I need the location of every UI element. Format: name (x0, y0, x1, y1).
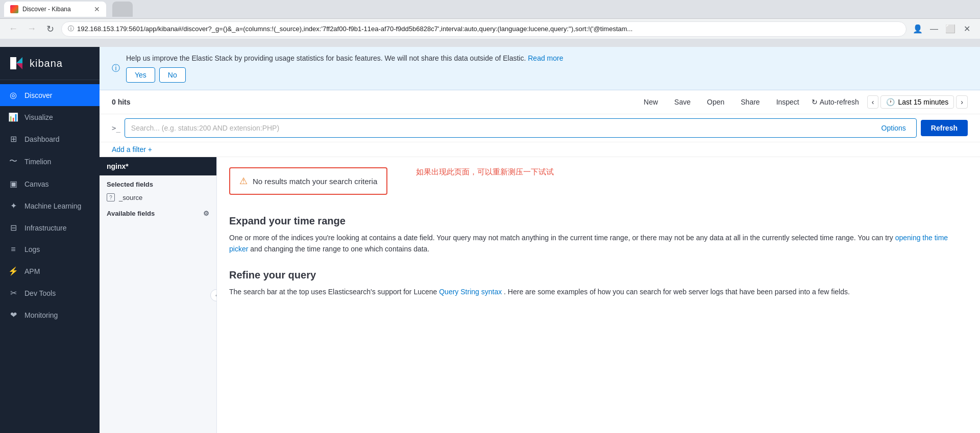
results-header-row: ⚠ No results match your search criteria … (229, 167, 968, 205)
sidebar-item-label-dashboard: Dashboard (24, 135, 60, 143)
refine-query-section: Refine your query The search bar at the … (229, 269, 968, 297)
reload-button[interactable]: ↻ (43, 22, 57, 36)
tab-favicon (10, 5, 18, 13)
new-tab[interactable] (112, 2, 133, 17)
chinese-annotation: 如果出现此页面，可以重新测压一下试试 (416, 167, 554, 177)
sidebar-item-label-canvas: Canvas (24, 180, 48, 188)
discover-icon: ◎ (8, 90, 18, 100)
add-filter-button[interactable]: Add a filter + (112, 145, 152, 154)
info-icon: ⓘ (112, 63, 120, 74)
share-button[interactable]: Share (737, 96, 764, 108)
info-banner: ⓘ Help us improve the Elastic Stack by p… (100, 47, 980, 90)
expand-time-text2: and changing the time range to one which… (250, 245, 429, 253)
search-input[interactable] (131, 124, 877, 132)
new-button[interactable]: New (640, 96, 662, 108)
time-back-button[interactable]: ‹ (867, 95, 879, 109)
sidebar-item-label-timelion: Timelion (24, 158, 51, 166)
clock-icon: 🕐 (886, 98, 895, 106)
refine-query-text2: . Here are some examples of how you can … (504, 288, 850, 296)
banner-content: Help us improve the Elastic Stack by pro… (126, 54, 968, 83)
open-button[interactable]: Open (703, 96, 728, 108)
refine-query-paragraph: The search bar at the top uses Elasticse… (229, 286, 968, 297)
index-pattern[interactable]: nginx* (100, 157, 216, 175)
toolbar: 0 hits New Save Open Share Inspect ↻ Aut… (100, 90, 980, 114)
sidebar-item-dashboard[interactable]: ⊞ Dashboard (0, 128, 100, 150)
tab-close-icon[interactable]: ✕ (94, 5, 100, 13)
sidebar-item-visualize[interactable]: 📊 Visualize (0, 106, 100, 128)
sidebar-item-label-visualize: Visualize (24, 113, 53, 121)
selected-fields-header: Selected fields (100, 175, 216, 190)
browser-chrome: Discover - Kibana ✕ ← → ↻ ⓘ 192.168.153.… (0, 0, 980, 47)
sidebar-item-label-monitoring: Monitoring (24, 311, 58, 319)
search-prompt: >_ (112, 124, 120, 132)
sidebar-item-infrastructure[interactable]: ⊟ Infrastructure (0, 217, 100, 239)
sidebar-nav: ◎ Discover 📊 Visualize ⊞ Dashboard 〜 Tim… (0, 80, 100, 433)
maximize-button[interactable]: ⬜ (943, 22, 958, 36)
left-panel: nginx* Selected fields ? _source Availab… (100, 157, 217, 433)
minimize-button[interactable]: — (927, 22, 941, 36)
refine-query-title: Refine your query (229, 269, 968, 281)
options-button[interactable]: Options (877, 122, 910, 134)
tab-title: Discover - Kibana (22, 6, 90, 13)
sidebar-item-monitoring[interactable]: ❤ Monitoring (0, 304, 100, 326)
expand-time-title: Expand your time range (229, 215, 968, 227)
inspect-button[interactable]: Inspect (772, 96, 803, 108)
search-input-wrapper: Options (125, 118, 917, 138)
expand-time-paragraph: One or more of the indices you're lookin… (229, 232, 968, 255)
available-fields-label: Available fields (107, 210, 155, 217)
browser-tab[interactable]: Discover - Kibana ✕ (4, 2, 106, 17)
field-type-icon: ? (107, 193, 115, 201)
sidebar-item-canvas[interactable]: ▣ Canvas (0, 173, 100, 195)
dashboard-icon: ⊞ (8, 134, 18, 144)
banner-yes-button[interactable]: Yes (126, 67, 155, 83)
sidebar-item-apm[interactable]: ⚡ APM (0, 260, 100, 282)
selected-fields-label: Selected fields (107, 181, 153, 188)
browser-controls: ← → ↻ ⓘ 192.168.153.179:5601/app/kibana#… (0, 18, 980, 39)
warning-icon: ⚠ (239, 175, 248, 187)
secure-icon: ⓘ (68, 24, 74, 33)
banner-no-button[interactable]: No (159, 67, 186, 83)
canvas-icon: ▣ (8, 179, 18, 189)
address-bar[interactable]: ⓘ 192.168.153.179:5601/app/kibana#/disco… (61, 21, 906, 37)
hits-count: 0 hits (112, 98, 631, 106)
sidebar-item-logs[interactable]: ≡ Logs (0, 239, 100, 260)
expand-time-text: One or more of the indices you're lookin… (229, 234, 893, 242)
sidebar-item-timelion[interactable]: 〜 Timelion (0, 150, 100, 173)
sidebar-item-label-infrastructure: Infrastructure (24, 224, 66, 232)
back-button[interactable]: ← (6, 22, 20, 36)
gear-icon[interactable]: ⚙ (203, 210, 209, 217)
banner-read-more-link[interactable]: Read more (528, 54, 563, 62)
time-range-display[interactable]: 🕐 Last 15 minutes (880, 95, 954, 109)
account-icon[interactable]: 👤 (911, 22, 925, 36)
auto-refresh-button[interactable]: ↻ Auto-refresh (812, 98, 859, 106)
banner-text: Help us improve the Elastic Stack by pro… (126, 54, 526, 62)
refine-query-text: The search bar at the top uses Elasticse… (229, 288, 437, 296)
sidebar-item-label-machine-learning: Machine Learning (24, 202, 81, 210)
logs-icon: ≡ (8, 245, 18, 254)
machine-learning-icon: ✦ (8, 201, 18, 211)
app-container: kibana ◎ Discover 📊 Visualize ⊞ Dashboar… (0, 47, 980, 433)
svg-marker-2 (16, 57, 22, 63)
sidebar-item-dev-tools[interactable]: ✂ Dev Tools (0, 282, 100, 304)
sidebar-item-machine-learning[interactable]: ✦ Machine Learning (0, 195, 100, 217)
toolbar-actions: New Save Open Share Inspect ↻ Auto-refre… (640, 95, 968, 109)
banner-buttons: Yes No (126, 67, 968, 83)
sidebar-logo: kibana (0, 47, 100, 80)
refresh-icon: ↻ (812, 98, 818, 106)
browser-right-icons: 👤 — ⬜ ✕ (911, 22, 974, 36)
expand-time-section: Expand your time range One or more of th… (229, 215, 968, 255)
panel-toggle-button[interactable]: ‹ (210, 289, 217, 301)
apm-icon: ⚡ (8, 266, 18, 276)
sidebar-item-label-discover: Discover (24, 91, 52, 99)
time-forward-button[interactable]: › (956, 95, 968, 109)
close-button[interactable]: ✕ (960, 22, 974, 36)
sidebar: kibana ◎ Discover 📊 Visualize ⊞ Dashboar… (0, 47, 100, 433)
forward-button[interactable]: → (24, 22, 39, 36)
field-item-source[interactable]: ? _source (100, 190, 216, 205)
save-button[interactable]: Save (670, 96, 695, 108)
time-navigation: ‹ 🕐 Last 15 minutes › (867, 95, 968, 109)
sidebar-item-label-logs: Logs (24, 245, 40, 253)
sidebar-item-discover[interactable]: ◎ Discover (0, 84, 100, 106)
query-string-syntax-link[interactable]: Query String syntax (439, 288, 502, 296)
refresh-button[interactable]: Refresh (921, 120, 968, 136)
